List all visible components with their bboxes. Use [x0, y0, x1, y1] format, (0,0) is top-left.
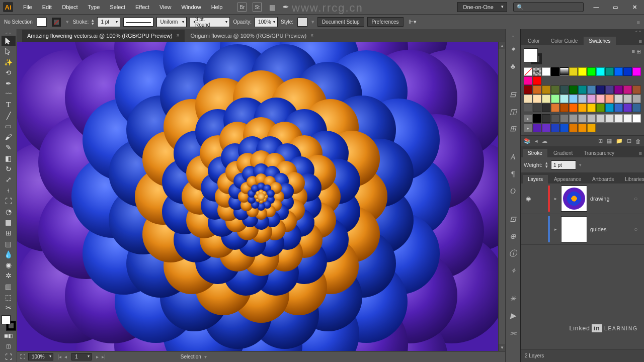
swatch[interactable]	[542, 124, 550, 132]
swatch[interactable]	[560, 85, 569, 94]
column-graph-tool-icon[interactable]: ▥	[2, 281, 16, 291]
target-icon[interactable]: ○	[634, 195, 641, 202]
swatch-kind-icon[interactable]: ◂	[535, 138, 538, 144]
eyedropper-tool-icon[interactable]: 💧	[2, 249, 16, 259]
shape-builder-tool-icon[interactable]: ◔	[2, 207, 16, 217]
brushes-panel-icon[interactable]: ✦	[508, 44, 518, 54]
swatch[interactable]	[614, 85, 623, 94]
swatch[interactable]	[524, 67, 532, 76]
swatch[interactable]	[632, 114, 641, 123]
panel-tab-layers[interactable]: Layers	[523, 175, 548, 184]
swatch[interactable]	[551, 85, 559, 94]
swatch[interactable]	[569, 67, 578, 76]
hand-zoom-icon[interactable]: ⛶	[20, 354, 25, 359]
swatch[interactable]	[596, 95, 605, 103]
swatch-cloud-icon[interactable]: ☁	[542, 138, 547, 144]
arrange-icon[interactable]: ▦	[268, 3, 277, 12]
panel-tab-color-guide[interactable]: Color Guide	[546, 37, 583, 45]
new-folder-icon[interactable]: 📁	[616, 138, 623, 144]
magic-wand-tool-icon[interactable]: ✨	[2, 57, 16, 67]
tab-close-icon[interactable]: ×	[310, 33, 313, 38]
swatch[interactable]	[560, 114, 569, 123]
panel-tab-gradient[interactable]: Gradient	[548, 149, 578, 157]
swatch-lib-icon[interactable]: 📚	[524, 138, 531, 144]
style-swatch[interactable]	[297, 18, 307, 27]
scale-tool-icon[interactable]: ⤢	[2, 174, 16, 185]
document-tab[interactable]: Origami flower.ai @ 100% (RGB/GPU Previe…	[186, 30, 318, 42]
symbols-panel-icon[interactable]: ♣	[508, 61, 518, 71]
swatch[interactable]	[524, 85, 532, 94]
links-panel-icon[interactable]: ⫘	[508, 328, 518, 338]
swatch[interactable]	[605, 67, 614, 76]
panel-tab-libraries[interactable]: Libraries	[620, 175, 644, 184]
swatch[interactable]	[605, 85, 614, 94]
swatch[interactable]	[533, 104, 541, 112]
artboard-tool-icon[interactable]: ⬚	[2, 292, 16, 302]
menu-file[interactable]: File	[18, 2, 37, 12]
swatch[interactable]	[542, 104, 550, 112]
new-color-group-icon[interactable]: ▦	[607, 138, 612, 144]
swatch[interactable]	[605, 104, 614, 112]
curvature-tool-icon[interactable]: 〰	[2, 89, 16, 99]
swatch[interactable]	[569, 95, 578, 103]
mesh-tool-icon[interactable]: ⊞	[2, 228, 16, 238]
weight-field[interactable]: 1 pt	[551, 160, 576, 169]
pathfinder-panel-icon[interactable]: ◫	[508, 107, 518, 117]
swatch[interactable]	[596, 114, 605, 123]
menu-window[interactable]: Window	[177, 2, 206, 12]
stroke-stepper-icon[interactable]: ▴▾	[92, 19, 94, 26]
swatch[interactable]	[578, 114, 587, 123]
artboard-number[interactable]: 1	[71, 353, 92, 360]
rectangle-tool-icon[interactable]: ▭	[2, 121, 16, 131]
swatch[interactable]	[578, 67, 587, 76]
paintbrush-tool-icon[interactable]: 🖌	[2, 132, 16, 142]
swatch[interactable]	[533, 95, 541, 103]
canvas[interactable]: 人人素材社区人人素材社区人人素材社区人人素材社区 ▲▼	[17, 42, 505, 351]
swatch[interactable]	[587, 95, 596, 103]
swatch[interactable]	[551, 124, 559, 132]
align-panel-icon[interactable]: ⊟	[508, 89, 518, 100]
swatch[interactable]	[614, 104, 623, 112]
align-icon[interactable]: ⊩▾	[409, 19, 417, 25]
control-menu-icon[interactable]: ≡	[637, 19, 640, 25]
swatch[interactable]	[587, 124, 596, 132]
transform-panel-icon[interactable]: ⊞	[508, 124, 518, 134]
swatch[interactable]	[587, 104, 596, 112]
fill-swatch[interactable]	[37, 18, 47, 27]
brush-dropdown[interactable]: • 3 pt. Round	[190, 17, 230, 27]
visibility-toggle-icon[interactable]: ◉	[524, 195, 533, 202]
draw-mode-icon[interactable]: ◫	[2, 341, 16, 351]
swatch[interactable]	[578, 124, 587, 132]
minimize-icon[interactable]: —	[590, 3, 603, 12]
slice-tool-icon[interactable]: ✂	[2, 303, 16, 313]
layer-name[interactable]: drawing	[590, 196, 631, 202]
free-transform-tool-icon[interactable]: ⛶	[2, 196, 16, 206]
swatch[interactable]	[578, 95, 587, 103]
layer-name[interactable]: guides	[590, 226, 631, 232]
selection-tool-icon[interactable]	[2, 36, 16, 46]
swatch[interactable]	[596, 85, 605, 94]
swatch[interactable]	[533, 76, 541, 85]
panel-tab-appearance[interactable]: Appearance	[549, 175, 586, 184]
swatch[interactable]	[587, 114, 596, 123]
lasso-tool-icon[interactable]: ⟲	[2, 68, 16, 78]
stock-icon[interactable]: St	[253, 3, 262, 12]
swatch[interactable]	[596, 104, 605, 112]
panel-tab-artboards[interactable]: Artboards	[587, 175, 619, 184]
swatch[interactable]	[533, 85, 541, 94]
line-tool-icon[interactable]: ╱	[2, 111, 16, 121]
navigator-panel-icon[interactable]: ⌖	[508, 265, 518, 276]
swatch[interactable]	[569, 85, 578, 94]
play-icon[interactable]: ▶	[508, 311, 518, 321]
menu-view[interactable]: View	[154, 2, 177, 12]
swatch[interactable]	[623, 67, 632, 76]
target-icon[interactable]: ○	[634, 226, 641, 233]
menu-edit[interactable]: Edit	[37, 2, 57, 12]
swatch[interactable]	[524, 104, 532, 112]
swatch[interactable]	[578, 85, 587, 94]
swatch[interactable]	[542, 114, 550, 123]
artboard-nav[interactable]: |◂◂	[56, 354, 69, 359]
character-panel-icon[interactable]: A	[508, 152, 518, 162]
swatch[interactable]	[560, 67, 569, 76]
opacity-dropdown[interactable]: 100%	[255, 17, 278, 27]
